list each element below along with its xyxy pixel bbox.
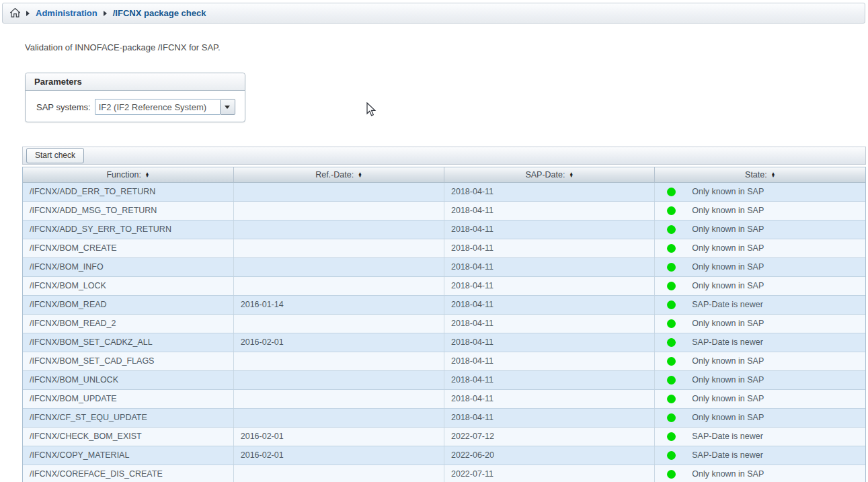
table-row[interactable]: /IFCNX/BOM_SET_CAD_FLAGS 2018-04-11 Only… [23,352,865,370]
sap-date-cell: 2018-04-11 [444,408,655,427]
column-header-function[interactable]: Function:▲▼ [23,167,233,182]
table-row[interactable]: /IFCNX/COREFACE_DIS_CREATE 2022-07-11 On… [23,465,865,482]
start-check-button[interactable]: Start check [26,148,84,163]
table-row[interactable]: /IFCNX/BOM_READ_2 2018-04-11 Only known … [23,314,865,333]
function-cell: /IFCNX/COPY_MATERIAL [23,446,233,465]
state-value: Only known in SAP [692,206,764,215]
sap-systems-label: SAP systems: [36,102,91,112]
table-row[interactable]: /IFCNX/BOM_INFO 2018-04-11 Only known in… [23,257,865,276]
function-cell: /IFCNX/ADD_MSG_TO_RETURN [23,201,233,220]
function-cell: /IFCNX/CF_ST_EQU_UPDATE [23,408,233,427]
sap-date-cell: 2018-04-11 [444,333,655,352]
sap-date-cell: 2018-04-11 [444,239,655,257]
state-value: Only known in SAP [692,356,764,366]
sap-date-value: 2018-04-11 [451,356,494,366]
function-value: /IFCNX/ADD_SY_ERR_TO_RETURN [30,225,171,234]
sap-date-value: 2018-04-11 [451,394,494,403]
sap-systems-dropdown-button[interactable] [220,99,235,115]
state-cell: Only known in SAP [655,408,865,427]
sap-systems-input[interactable] [95,99,220,115]
status-green-dot-icon [667,282,676,290]
breadcrumb: Administration /IFCNX package check [2,3,865,24]
function-value: /IFCNX/BOM_UNLOCK [30,375,118,385]
state-value: SAP-Date is newer [692,300,763,309]
state-value: Only known in SAP [692,281,764,290]
intro-text: Validation of INNOFACE-package /IFCNX fo… [25,42,221,52]
sort-icon: ▲▼ [145,172,149,177]
mouse-cursor-icon [366,102,377,120]
status-green-dot-icon [667,413,676,422]
table-row[interactable]: /IFCNX/BOM_UNLOCK 2018-04-11 Only known … [23,370,865,389]
sort-icon: ▲▼ [358,172,362,177]
ref-date-cell: 2016-02-01 [233,427,444,446]
state-cell: SAP-Date is newer [655,446,865,465]
sap-date-value: 2022-07-12 [451,432,494,441]
table-header-row: Function:▲▼ Ref.-Date:▲▼ SAP-Date:▲▼ Sta… [23,167,865,182]
home-icon[interactable] [10,8,20,17]
state-cell: Only known in SAP [655,465,865,482]
table-row[interactable]: /IFCNX/ADD_MSG_TO_RETURN 2018-04-11 Only… [23,201,865,220]
state-value: Only known in SAP [692,394,764,403]
parameters-panel-body: SAP systems: [26,91,245,115]
breadcrumb-item-administration[interactable]: Administration [36,8,97,18]
function-value: /IFCNX/BOM_LOCK [30,281,106,290]
status-green-dot-icon [667,225,676,234]
function-cell: /IFCNX/BOM_SET_CADKZ_ALL [23,333,233,352]
status-green-dot-icon [667,338,676,347]
sap-date-cell: 2022-06-20 [444,446,655,465]
table-row[interactable]: /IFCNX/BOM_CREATE 2018-04-11 Only known … [23,239,865,257]
table-row[interactable]: /IFCNX/BOM_LOCK 2018-04-11 Only known in… [23,276,865,295]
status-green-dot-icon [667,300,676,309]
ref-date-value: 2016-02-01 [241,432,284,441]
ref-date-cell [233,276,444,295]
function-value: /IFCNX/BOM_CREATE [30,243,117,253]
status-green-dot-icon [667,470,676,479]
function-cell: /IFCNX/ADD_ERR_TO_RETURN [23,182,233,201]
column-header-state[interactable]: State:▲▼ [655,167,865,182]
sap-date-cell: 2022-07-11 [444,465,655,482]
status-green-dot-icon [667,357,676,366]
table-row[interactable]: /IFCNX/CHECK_BOM_EXIST 2016-02-01 2022-0… [23,427,865,446]
column-header-sap-date[interactable]: SAP-Date:▲▼ [444,167,655,182]
table-row[interactable]: /IFCNX/COPY_MATERIAL 2016-02-01 2022-06-… [23,446,865,465]
column-header-label: SAP-Date: [525,170,565,179]
status-green-dot-icon [667,188,676,196]
table-row[interactable]: /IFCNX/BOM_READ 2016-01-14 2018-04-11 SA… [23,295,865,314]
parameters-panel: Parameters SAP systems: [25,73,245,122]
ref-date-cell [233,465,444,482]
table-row[interactable]: /IFCNX/ADD_SY_ERR_TO_RETURN 2018-04-11 O… [23,220,865,239]
state-cell: Only known in SAP [655,370,865,389]
check-result-section: Start check Function:▲▼ Ref.-Date:▲▼ SAP… [22,147,866,482]
status-green-dot-icon [667,319,676,328]
ref-date-cell [233,370,444,389]
breadcrumb-item-current[interactable]: /IFCNX package check [113,8,206,18]
ref-date-cell [233,220,444,239]
function-cell: /IFCNX/BOM_READ [23,295,233,314]
parameters-panel-title: Parameters [26,73,245,91]
table-row[interactable]: /IFCNX/BOM_SET_CADKZ_ALL 2016-02-01 2018… [23,333,865,352]
column-header-ref-date[interactable]: Ref.-Date:▲▼ [233,167,444,182]
sap-date-value: 2018-04-11 [451,187,494,196]
state-cell: Only known in SAP [655,201,865,220]
state-cell: Only known in SAP [655,182,865,201]
function-cell: /IFCNX/COREFACE_DIS_CREATE [23,465,233,482]
state-value: SAP-Date is newer [692,432,763,441]
sap-date-cell: 2018-04-11 [444,389,655,408]
status-green-dot-icon [667,244,676,253]
table-row[interactable]: /IFCNX/ADD_ERR_TO_RETURN 2018-04-11 Only… [23,182,865,201]
function-cell: /IFCNX/ADD_SY_ERR_TO_RETURN [23,220,233,239]
sap-date-cell: 2018-04-11 [444,370,655,389]
state-cell: SAP-Date is newer [655,295,865,314]
table-row[interactable]: /IFCNX/CF_ST_EQU_UPDATE 2018-04-11 Only … [23,408,865,427]
sort-icon: ▲▼ [771,172,775,177]
ref-date-value: 2016-02-01 [241,337,284,347]
result-grid: Function:▲▼ Ref.-Date:▲▼ SAP-Date:▲▼ Sta… [22,167,866,482]
sap-date-value: 2018-04-11 [451,206,494,215]
table-row[interactable]: /IFCNX/BOM_UPDATE 2018-04-11 Only known … [23,389,865,408]
state-cell: SAP-Date is newer [655,333,865,352]
function-value: /IFCNX/ADD_MSG_TO_RETURN [30,206,157,215]
ref-date-cell [233,257,444,276]
function-cell: /IFCNX/BOM_READ_2 [23,314,233,333]
status-green-dot-icon [667,206,676,215]
sap-date-value: 2022-06-20 [451,450,494,460]
